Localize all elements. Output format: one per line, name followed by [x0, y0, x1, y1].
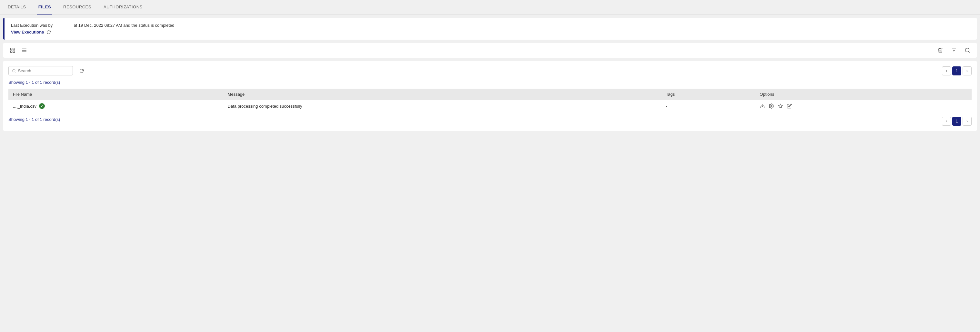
download-icon[interactable]	[760, 103, 765, 109]
tabs-bar: DETAILS FILES RESOURCES AUTHORIZATIONS	[0, 0, 980, 14]
bottom-row: Showing 1 - 1 of 1 record(s) ‹ 1 ›	[8, 117, 972, 126]
toolbar	[3, 43, 977, 58]
current-page-button-top[interactable]: 1	[952, 67, 961, 75]
next-page-button-bottom[interactable]: ›	[963, 117, 972, 126]
record-count-bottom: Showing 1 - 1 of 1 record(s)	[8, 117, 60, 122]
toolbar-left	[8, 46, 29, 54]
tab-details[interactable]: DETAILS	[6, 0, 27, 14]
view-executions-link[interactable]: View Executions	[11, 30, 44, 35]
star-icon[interactable]	[778, 103, 783, 109]
execution-banner: Last Execution was by at 19 Dec, 2022 08…	[3, 18, 977, 40]
files-table: File Name Message Tags Options ...._Indi…	[8, 89, 972, 112]
search-input-wrap	[8, 66, 73, 75]
filter-button[interactable]	[950, 46, 958, 54]
execution-date: at 19 Dec, 2022 08:27 AM and the status …	[73, 23, 174, 28]
settings-icon[interactable]	[769, 103, 774, 109]
col-header-filename: File Name	[8, 89, 223, 100]
svg-point-12	[13, 69, 15, 72]
svg-point-15	[771, 105, 772, 107]
svg-line-11	[968, 51, 969, 52]
tab-files[interactable]: FILES	[37, 0, 52, 14]
edit-icon[interactable]	[787, 103, 792, 109]
svg-rect-2	[10, 51, 12, 52]
tags-cell: -	[661, 100, 755, 112]
delete-button[interactable]	[936, 46, 945, 54]
search-bar: ‹ 1 ›	[8, 66, 972, 75]
col-header-message: Message	[223, 89, 662, 100]
execution-prefix: Last Execution was by	[11, 23, 52, 28]
grid-view-button[interactable]	[8, 46, 17, 54]
file-name-cell: ...._India.csv	[8, 100, 223, 112]
toolbar-right	[936, 46, 972, 54]
options-cell	[755, 100, 972, 112]
svg-line-13	[15, 71, 16, 72]
pagination-top: ‹ 1 ›	[942, 67, 972, 75]
files-section: ‹ 1 › Showing 1 - 1 of 1 record(s) File …	[3, 61, 977, 131]
col-header-tags: Tags	[661, 89, 755, 100]
current-page-button-bottom[interactable]: 1	[952, 117, 961, 126]
status-check-icon	[39, 103, 45, 109]
record-count-top: Showing 1 - 1 of 1 record(s)	[8, 80, 972, 85]
prev-page-button-bottom[interactable]: ‹	[942, 117, 951, 126]
next-page-button-top[interactable]: ›	[963, 67, 972, 75]
message-cell: Data processing completed successfully	[223, 100, 662, 112]
prev-page-button-top[interactable]: ‹	[942, 67, 951, 75]
refresh-icon[interactable]	[46, 30, 51, 35]
table-header-row: File Name Message Tags Options	[8, 89, 972, 100]
search-refresh-button[interactable]	[80, 69, 84, 73]
svg-marker-16	[778, 104, 782, 108]
main-container: DETAILS FILES RESOURCES AUTHORIZATIONS L…	[0, 0, 980, 332]
table-row: ...._India.csv Data processing completed…	[8, 100, 972, 112]
search-input[interactable]	[18, 68, 69, 73]
search-icon	[12, 69, 16, 73]
search-toolbar-button[interactable]	[963, 46, 972, 54]
svg-rect-3	[13, 51, 15, 52]
svg-point-10	[965, 48, 969, 52]
svg-rect-1	[13, 48, 15, 50]
file-name-text: ...._India.csv	[13, 104, 37, 109]
pagination-bottom: ‹ 1 ›	[942, 117, 972, 126]
tab-resources[interactable]: RESOURCES	[62, 0, 92, 14]
tab-authorizations[interactable]: AUTHORIZATIONS	[102, 0, 144, 14]
svg-rect-0	[10, 48, 12, 50]
col-header-options: Options	[755, 89, 972, 100]
execution-text: Last Execution was by at 19 Dec, 2022 08…	[11, 23, 970, 28]
list-view-button[interactable]	[20, 46, 29, 54]
